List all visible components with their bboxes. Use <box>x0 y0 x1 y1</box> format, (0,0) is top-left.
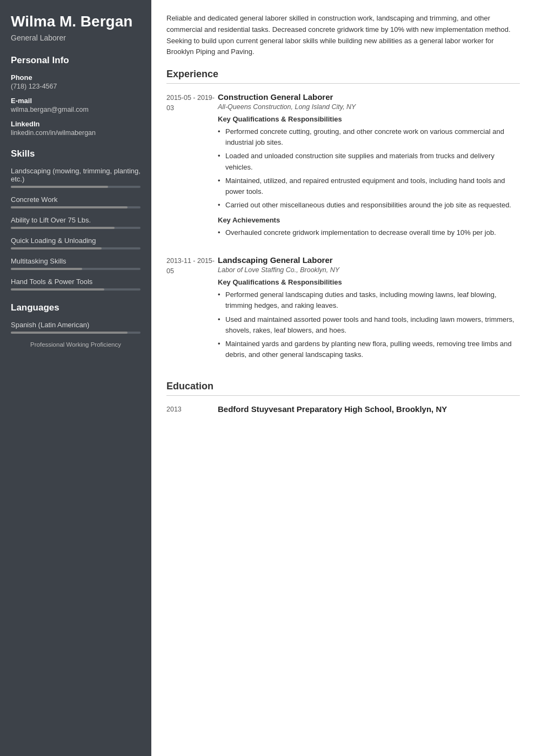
linkedin-value: linkedin.com/in/wilmabergan <box>11 129 141 137</box>
exp-bullet-item: Used and maintained assorted power tools… <box>218 314 520 336</box>
candidate-title: General Laborer <box>11 33 141 42</box>
exp-qualifications-heading: Key Qualifications & Responsibilities <box>218 278 520 286</box>
language-bar-background <box>11 332 141 334</box>
phone-value: (718) 123-4567 <box>11 83 141 90</box>
skills-section: Skills Landscaping (mowing, trimming, pl… <box>11 148 141 291</box>
phone-label: Phone <box>11 73 141 82</box>
exp-bullets-list: Performed concrete cutting, grouting, an… <box>218 126 520 211</box>
education-heading: Education <box>166 381 520 396</box>
skill-bar-background <box>11 288 141 291</box>
skill-name: Landscaping (mowing, trimming, planting,… <box>11 167 141 183</box>
experience-list: 2015-05 - 2019-03Construction General La… <box>166 92 520 366</box>
summary-text: Reliable and dedicated general laborer s… <box>166 13 520 58</box>
exp-bullet-item: Performed concrete cutting, grouting, an… <box>218 126 520 148</box>
skill-bar-background <box>11 227 141 229</box>
exp-bullet-item: Maintained, utilized, and repaired entru… <box>218 176 520 197</box>
education-entry: 2013Bedford Stuyvesant Preparatory High … <box>166 404 520 414</box>
languages-heading: Languages <box>11 302 141 313</box>
exp-company: Labor of Love Staffing Co., Brooklyn, NY <box>218 266 520 274</box>
exp-company: All-Queens Construction, Long Island Cit… <box>218 103 520 111</box>
exp-bullet-item: Performed general landscaping duties and… <box>218 289 520 311</box>
skills-heading: Skills <box>11 148 141 159</box>
experience-section: Experience 2015-05 - 2019-03Construction… <box>166 69 520 366</box>
exp-job-title: Construction General Laborer <box>218 92 520 102</box>
language-name: Spanish (Latin American) <box>11 321 141 329</box>
language-level: Professional Working Proficiency <box>11 341 141 348</box>
exp-achievements-heading: Key Achievements <box>218 216 520 224</box>
exp-achievement-item: Overhauled concrete gridwork implementat… <box>218 227 520 238</box>
languages-section: Languages Spanish (Latin American)Profes… <box>11 302 141 348</box>
skill-bar-fill <box>11 247 102 249</box>
skill-bar-fill <box>11 268 82 270</box>
education-list: 2013Bedford Stuyvesant Preparatory High … <box>166 404 520 414</box>
skill-bar-background <box>11 247 141 249</box>
exp-dates: 2015-05 - 2019-03 <box>166 92 218 244</box>
languages-list: Spanish (Latin American)Professional Wor… <box>11 321 141 348</box>
exp-content: Landscaping General LaborerLabor of Love… <box>218 255 520 366</box>
exp-dates: 2013-11 - 2015-05 <box>166 255 218 366</box>
exp-bullets-list: Performed general landscaping duties and… <box>218 289 520 360</box>
skill-bar-background <box>11 186 141 188</box>
experience-entry: 2013-11 - 2015-05Landscaping General Lab… <box>166 255 520 366</box>
exp-qualifications-heading: Key Qualifications & Responsibilities <box>218 115 520 123</box>
skill-bar-fill <box>11 288 104 291</box>
edu-year: 2013 <box>166 404 218 414</box>
exp-bullet-item: Loaded and unloaded construction site su… <box>218 151 520 172</box>
personal-info-heading: Personal Info <box>11 55 141 66</box>
skill-name: Concrete Work <box>11 195 141 204</box>
experience-entry: 2015-05 - 2019-03Construction General La… <box>166 92 520 244</box>
language-bar-fill <box>11 332 128 334</box>
skill-bar-fill <box>11 227 115 229</box>
skill-name: Hand Tools & Power Tools <box>11 278 141 286</box>
main-content: Reliable and dedicated general laborer s… <box>151 0 535 756</box>
exp-achievements-list: Overhauled concrete gridwork implementat… <box>218 227 520 238</box>
skill-bar-background <box>11 206 141 208</box>
skill-bar-background <box>11 268 141 270</box>
sidebar: Wilma M. Bergan General Laborer Personal… <box>0 0 151 756</box>
email-value: wilma.bergan@gmail.com <box>11 106 141 113</box>
skill-name: Multitasking Skills <box>11 257 141 265</box>
exp-bullet-item: Carried out other miscellaneous duties a… <box>218 200 520 211</box>
exp-content: Construction General LaborerAll-Queens C… <box>218 92 520 244</box>
skill-name: Quick Loading & Unloading <box>11 237 141 245</box>
exp-bullet-item: Maintained yards and gardens by planting… <box>218 339 520 360</box>
skill-bar-fill <box>11 206 128 208</box>
candidate-name: Wilma M. Bergan <box>11 13 141 30</box>
skills-list: Landscaping (mowing, trimming, planting,… <box>11 167 141 291</box>
email-label: E-mail <box>11 97 141 105</box>
exp-job-title: Landscaping General Laborer <box>218 255 520 265</box>
skill-bar-fill <box>11 186 108 188</box>
edu-school: Bedford Stuyvesant Preparatory High Scho… <box>218 404 520 414</box>
skill-name: Ability to Lift Over 75 Lbs. <box>11 216 141 224</box>
linkedin-label: LinkedIn <box>11 120 141 128</box>
experience-heading: Experience <box>166 69 520 84</box>
personal-info-section: Personal Info Phone (718) 123-4567 E-mai… <box>11 55 141 137</box>
education-section: Education 2013Bedford Stuyvesant Prepara… <box>166 381 520 414</box>
